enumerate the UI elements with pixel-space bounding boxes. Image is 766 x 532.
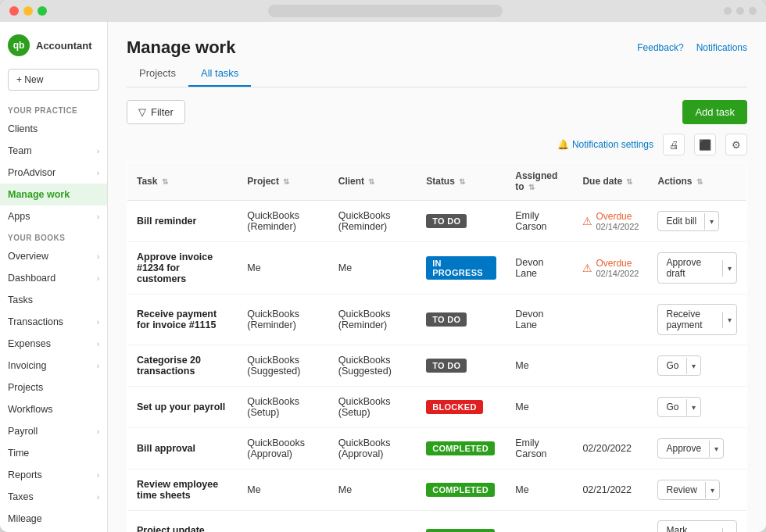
action-button-label: Go [658, 398, 686, 416]
page-header: Manage work Feedback? Notifications [127, 37, 747, 58]
due-date-text: 02/14/2022 [596, 222, 639, 231]
bell-icon: 🔔 [557, 139, 569, 150]
close-button[interactable] [9, 6, 19, 16]
sidebar-item-apps[interactable]: Apps› [0, 205, 107, 227]
sidebar-item-overview[interactable]: Overview› [0, 245, 107, 267]
add-task-button[interactable]: Add task [682, 100, 747, 124]
export-button[interactable]: ⬛ [694, 134, 716, 155]
actions-cell: Go▾ [648, 387, 746, 428]
new-button[interactable]: + New [8, 69, 99, 91]
col-header-task[interactable]: Task ⇅ [127, 162, 238, 201]
sidebar-item-workflows[interactable]: Workflows [0, 398, 107, 420]
col-header-project[interactable]: Project ⇅ [238, 162, 328, 201]
sort-icon: ⇅ [626, 177, 632, 186]
action-button-arrow[interactable]: ▾ [686, 399, 700, 416]
assigned-to-cell: Me [506, 387, 573, 428]
status-badge: COMPLETED [426, 529, 495, 532]
col-header-client[interactable]: Client ⇅ [329, 162, 417, 201]
tab-all-tasks[interactable]: All tasks [188, 61, 251, 87]
actions-cell: Receive payment▾ [648, 295, 746, 345]
action-button[interactable]: Go▾ [657, 397, 701, 417]
notification-settings[interactable]: 🔔 Notification settings [557, 139, 653, 150]
sidebar-logo: qb Accountant [0, 22, 107, 64]
action-button-arrow[interactable]: ▾ [705, 482, 719, 498]
sidebar-item-reports[interactable]: Reports› [0, 464, 107, 486]
action-button-arrow[interactable]: ▾ [709, 441, 723, 457]
sidebar-item-dashboard[interactable]: Dashboard› [0, 267, 107, 289]
action-button[interactable]: Receive payment▾ [657, 304, 737, 335]
sidebar-item-label: Reports [8, 470, 42, 480]
tasks-table: Task ⇅Project ⇅Client ⇅Status ⇅Assigned … [127, 162, 747, 532]
sort-icon: ⇅ [696, 177, 703, 186]
action-button-arrow[interactable]: ▾ [722, 528, 736, 533]
status-cell: COMPLETED [417, 511, 506, 533]
task-cell: Receive payment for invoice #1115 [127, 295, 238, 345]
sidebar-item-label: ProAdvisor [8, 167, 55, 178]
action-button-label: Receive payment [658, 305, 722, 334]
sidebar-item-clients[interactable]: Clients [0, 118, 107, 140]
sidebar-item-projects[interactable]: Projects [0, 377, 107, 398]
feedback-link[interactable]: Feedback? [637, 42, 683, 53]
actions-cell: Approve draft▾ [648, 242, 746, 295]
print-button[interactable]: 🖨 [663, 134, 685, 155]
minimize-button[interactable] [23, 6, 33, 16]
overdue-icon: ⚠ [582, 215, 592, 227]
action-button[interactable]: Approve▾ [657, 438, 724, 459]
table-row: Bill approvalQuickBoooks (Approval)Quick… [127, 428, 747, 470]
col-header-status[interactable]: Status ⇅ [417, 162, 506, 201]
col-header-assigned_to[interactable]: Assigned to ⇅ [506, 162, 573, 201]
maximize-button[interactable] [38, 6, 47, 16]
sidebar-item-proadvisor[interactable]: ProAdvisor› [0, 162, 107, 184]
action-button-arrow[interactable]: ▾ [722, 312, 736, 328]
assigned-to-cell: Devon Lane [506, 242, 573, 295]
col-header-due_date[interactable]: Due date ⇅ [573, 162, 648, 201]
action-button-label: Review [658, 480, 704, 499]
sidebar-item-expenses[interactable]: Expenses› [0, 333, 107, 355]
sidebar-item-manage-work[interactable]: Manage work [0, 184, 107, 205]
action-button-arrow[interactable]: ▾ [722, 260, 736, 277]
tab-projects[interactable]: Projects [127, 61, 188, 87]
url-bar [268, 5, 503, 17]
assigned-to-cell: Me [506, 511, 573, 533]
action-button[interactable]: Approve draft▾ [657, 252, 737, 284]
notifications-link[interactable]: Notifications [696, 42, 747, 53]
project-cell: QuickBooks (Suggested) [238, 345, 328, 387]
col-header-actions[interactable]: Actions ⇅ [648, 162, 746, 201]
sidebar-item-payroll[interactable]: Payroll› [0, 420, 107, 442]
action-button[interactable]: Review▾ [657, 480, 719, 500]
chevron-icon: › [97, 147, 99, 155]
sidebar-item-team[interactable]: Team› [0, 140, 107, 162]
sidebar-item-time[interactable]: Time [0, 442, 107, 464]
chevron-icon: › [97, 471, 99, 480]
action-button[interactable]: Mark complete▾ [657, 520, 737, 532]
assigned-to-cell: Me [506, 345, 573, 387]
filter-button[interactable]: ▽ Filter [127, 100, 185, 124]
action-button[interactable]: Go▾ [657, 355, 701, 376]
client-cell: Me [329, 470, 417, 511]
due-date-cell: ⚠Overdue02/14/2022 [573, 242, 648, 295]
notification-bar: 🔔 Notification settings 🖨 ⬛ ⚙ [127, 134, 747, 155]
logo-text: Accountant [36, 40, 92, 52]
sidebar-item-mileage[interactable]: Mileage [0, 508, 107, 530]
sidebar-item-label: Overview [8, 251, 48, 262]
sidebar-item-taxes[interactable]: Taxes› [0, 486, 107, 508]
sort-icon: ⇅ [283, 177, 289, 186]
action-button-arrow[interactable]: ▾ [704, 213, 718, 230]
table-body: Bill reminderQuickBooks (Reminder)QuickB… [127, 201, 747, 533]
sidebar-item-tasks[interactable]: Tasks [0, 289, 107, 311]
sidebar-item-invoicing[interactable]: Invoicing› [0, 355, 107, 377]
actions-cell: Review▾ [648, 470, 746, 511]
action-button-arrow[interactable]: ▾ [686, 358, 700, 374]
action-button[interactable]: Edit bill▾ [657, 211, 719, 231]
qb-logo-icon: qb [8, 34, 30, 56]
settings-button[interactable]: ⚙ [725, 134, 747, 155]
table-row: Approve invoice #1234 for customersMeMeI… [127, 242, 747, 295]
sidebar-section-label: YOUR BOOKS [0, 227, 107, 245]
actions-cell: Approve▾ [648, 428, 746, 470]
titlebar [0, 0, 766, 22]
due-date-cell: 02/22/2022 [573, 511, 648, 533]
sidebar-item-label: Taxes [8, 491, 34, 502]
task-cell: Set up your payroll [127, 387, 238, 428]
sidebar-item-transactions[interactable]: Transactions› [0, 311, 107, 333]
overdue-label: Overdue [596, 258, 639, 269]
